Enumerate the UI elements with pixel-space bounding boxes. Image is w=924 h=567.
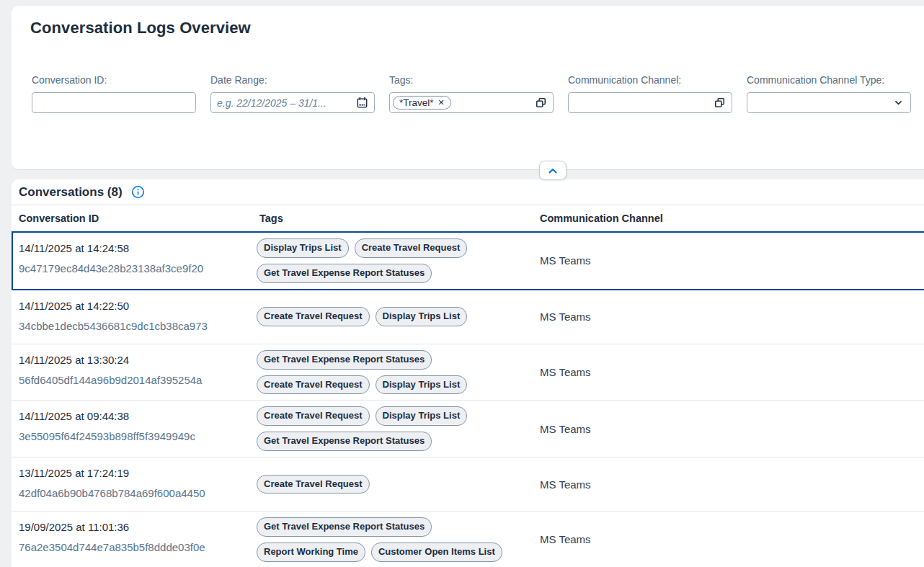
- communication-channel-cell: MS Teams: [540, 344, 924, 401]
- tag-badge: Get Travel Expense Report Statuses: [257, 517, 432, 537]
- conversation-timestamp: 14/11/2025 at 14:24:58: [19, 242, 257, 254]
- column-header-communication-channel: Communication Channel: [540, 213, 924, 224]
- communication-channel-value: MS Teams: [540, 533, 591, 545]
- conversation-id-label: Conversation ID:: [32, 74, 196, 86]
- conversation-id: 9c47179ec84d43e28b23138af3ce9f20: [19, 262, 257, 274]
- tags-input[interactable]: [451, 93, 531, 112]
- conversation-cell: 19/09/2025 at 11:01:3676a2e3504d744e7a83…: [19, 512, 257, 567]
- tags-field: *Travel* ✕: [389, 92, 554, 113]
- date-range-input[interactable]: [211, 93, 352, 112]
- tag-badge: Display Trips List: [376, 307, 468, 326]
- tag-badge: Get Travel Expense Report Statuses: [257, 264, 432, 283]
- communication-channel-cell: MS Teams: [540, 290, 924, 344]
- close-icon[interactable]: ✕: [438, 99, 445, 107]
- tags-cell: Get Travel Expense Report StatusesCreate…: [257, 344, 540, 401]
- communication-channel-type-label: Communication Channel Type:: [747, 74, 911, 86]
- conversation-id: 76a2e3504d744e7a835b5f8ddde03f0e: [19, 541, 257, 553]
- conversations-header: Conversations (8): [12, 179, 924, 205]
- tag-badge: Display Trips List: [376, 375, 468, 395]
- tags-label: Tags:: [389, 74, 554, 86]
- filter-fields: Conversation ID: Date Range:: [32, 74, 911, 113]
- table-row[interactable]: 19/09/2025 at 11:01:3676a2e3504d744e7a83…: [12, 512, 924, 567]
- table-row[interactable]: 14/11/2025 at 09:44:383e55095f64f24593b8…: [12, 401, 924, 457]
- conversation-id: 56fd6405df144a96b9d2014af395254a: [19, 374, 257, 386]
- communication-channel-cell: MS Teams: [540, 401, 924, 457]
- tag-badge: Report Working Time: [257, 543, 365, 562]
- tag-badge: Customer Open Items List: [371, 543, 502, 562]
- communication-channel-field: [568, 92, 732, 113]
- date-range-label: Date Range:: [210, 74, 375, 86]
- communication-channel-cell: MS Teams: [540, 233, 924, 289]
- conversation-cell: 14/11/2025 at 14:22:5034cbbe1decb5436681…: [19, 290, 257, 344]
- communication-channel-value: MS Teams: [540, 478, 591, 491]
- conversation-cell: 13/11/2025 at 17:24:1942df04a6b90b4768b7…: [19, 457, 257, 511]
- tag-badge: Create Travel Request: [257, 406, 370, 426]
- table-row[interactable]: 14/11/2025 at 13:30:2456fd6405df144a96b9…: [12, 344, 924, 401]
- value-help-icon[interactable]: [531, 93, 550, 112]
- filter-tags: Tags: *Travel* ✕: [389, 74, 554, 113]
- conversation-timestamp: 13/11/2025 at 17:24:19: [19, 467, 257, 479]
- table-row[interactable]: 13/11/2025 at 17:24:1942df04a6b90b4768b7…: [12, 457, 924, 512]
- conversation-id: 42df04a6b90b4768b784a69f600a4450: [19, 487, 257, 499]
- communication-channel-value: MS Teams: [540, 366, 591, 378]
- conversation-id: 34cbbe1decb5436681c9dc1cb38ca973: [19, 320, 257, 332]
- table-row[interactable]: 14/11/2025 at 14:22:5034cbbe1decb5436681…: [12, 290, 924, 344]
- tag-badge: Display Trips List: [376, 406, 468, 426]
- communication-channel-cell: MS Teams: [540, 457, 924, 511]
- column-header-conversation-id: Conversation ID: [19, 213, 257, 224]
- tags-cell: Create Travel Request: [257, 457, 540, 511]
- conversation-id-input[interactable]: [32, 93, 192, 112]
- table-header: Conversation ID Tags Communication Chann…: [12, 205, 924, 231]
- tag-token: *Travel* ✕: [393, 96, 451, 110]
- conversation-id: 3e55095f64f24593b898ff5f3949949c: [19, 430, 257, 442]
- conversation-cell: 14/11/2025 at 09:44:383e55095f64f24593b8…: [19, 401, 257, 457]
- tags-cell: Create Travel RequestDisplay Trips ListG…: [257, 401, 540, 457]
- conversation-timestamp: 14/11/2025 at 09:44:38: [19, 410, 257, 422]
- info-icon[interactable]: [131, 185, 145, 199]
- tag-badge: Create Travel Request: [257, 375, 370, 395]
- conversation-cell: 14/11/2025 at 14:24:589c47179ec84d43e28b…: [19, 233, 257, 289]
- chevron-down-icon: [889, 93, 907, 112]
- tag-badge: Create Travel Request: [355, 238, 468, 258]
- conversation-timestamp: 14/11/2025 at 13:30:24: [19, 354, 257, 366]
- filter-conversation-id: Conversation ID:: [32, 74, 196, 113]
- chevron-up-icon: [546, 166, 559, 176]
- filter-date-range: Date Range:: [210, 74, 375, 113]
- conversation-id-field: [32, 92, 196, 113]
- value-help-icon[interactable]: [710, 93, 729, 112]
- filter-communication-channel-type: Communication Channel Type:: [747, 74, 911, 113]
- communication-channel-type-select[interactable]: [747, 92, 911, 113]
- filter-communication-channel: Communication Channel:: [568, 74, 732, 113]
- conversations-title: Conversations (8): [19, 185, 123, 200]
- tag-badge: Create Travel Request: [257, 307, 370, 326]
- communication-channel-value: MS Teams: [540, 423, 591, 435]
- collapse-filter-bar-button[interactable]: [539, 161, 567, 180]
- conversations-panel: Conversations (8) Conversation ID Tags C…: [12, 179, 924, 567]
- tag-badge: Get Travel Expense Report Statuses: [257, 432, 432, 451]
- calendar-icon[interactable]: [352, 93, 371, 112]
- communication-channel-cell: MS Teams: [540, 512, 924, 567]
- communication-channel-label: Communication Channel:: [568, 74, 732, 86]
- tag-badge: Display Trips List: [257, 238, 349, 258]
- table-row[interactable]: 14/11/2025 at 14:24:589c47179ec84d43e28b…: [12, 231, 924, 290]
- communication-channel-type-value: [747, 93, 889, 112]
- filter-bar: Conversation Logs Overview Conversation …: [12, 6, 924, 170]
- communication-channel-input[interactable]: [569, 93, 710, 112]
- date-range-field: [210, 92, 375, 113]
- conversation-cell: 14/11/2025 at 13:30:2456fd6405df144a96b9…: [19, 344, 257, 401]
- tags-cell: Create Travel RequestDisplay Trips List: [257, 290, 540, 344]
- column-header-tags: Tags: [257, 213, 540, 224]
- tag-badge: Create Travel Request: [257, 475, 370, 494]
- communication-channel-value: MS Teams: [540, 254, 591, 267]
- conversation-timestamp: 14/11/2025 at 14:22:50: [19, 300, 257, 312]
- tag-badge: Get Travel Expense Report Statuses: [257, 350, 432, 370]
- tag-token-label: *Travel*: [399, 97, 434, 108]
- table-body: 14/11/2025 at 14:24:589c47179ec84d43e28b…: [12, 231, 924, 567]
- communication-channel-value: MS Teams: [540, 311, 591, 323]
- tags-cell: Get Travel Expense Report StatusesReport…: [257, 512, 540, 567]
- page-title: Conversation Logs Overview: [30, 19, 251, 37]
- tags-cell: Display Trips ListCreate Travel RequestG…: [257, 233, 540, 289]
- conversation-timestamp: 19/09/2025 at 11:01:36: [19, 521, 257, 533]
